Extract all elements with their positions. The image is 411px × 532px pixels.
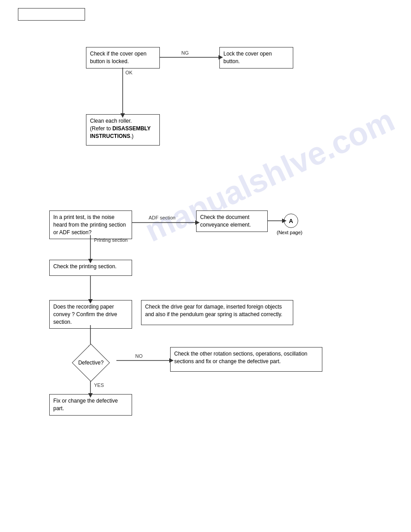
ok-label: OK — [125, 70, 133, 75]
check-rotation-box: Check the other rotation sections, opera… — [170, 347, 322, 372]
next-page-label: (Next page) — [277, 230, 302, 235]
circle-a-node: A — [284, 214, 298, 228]
no-label: NO — [135, 353, 143, 359]
yes-label-svg: YES — [94, 382, 104, 388]
adf-section-label: ADF section — [149, 215, 176, 220]
defective-label: Defective? — [66, 360, 116, 366]
page: NG OK ADF section Printing section — [0, 0, 411, 532]
check-printing-box: Check the printing section. — [49, 260, 132, 276]
defective-diamond: Defective? — [66, 347, 116, 378]
watermark: manualshlve.com — [139, 101, 400, 249]
lock-cover-box: Lock the cover open button. — [219, 47, 293, 69]
fix-defective-box: Fix or change the defective part. — [49, 394, 132, 416]
ng-label: NG — [181, 50, 189, 56]
drive-gear-check-box: Check the drive gear for damage, inserte… — [141, 300, 293, 325]
check-cover-box: Check if the cover open button is locked… — [86, 47, 160, 69]
header-box — [18, 8, 85, 21]
clean-roller-box: Clean each roller.(Refer to DISASSEMBLY … — [86, 114, 160, 146]
check-conveyance-box: Check the document conveyance element. — [196, 210, 268, 232]
recording-paper-box: Does the recording paper convey ? Confir… — [49, 300, 132, 329]
print-test-box: In a print test, is the noise heard from… — [49, 210, 132, 239]
